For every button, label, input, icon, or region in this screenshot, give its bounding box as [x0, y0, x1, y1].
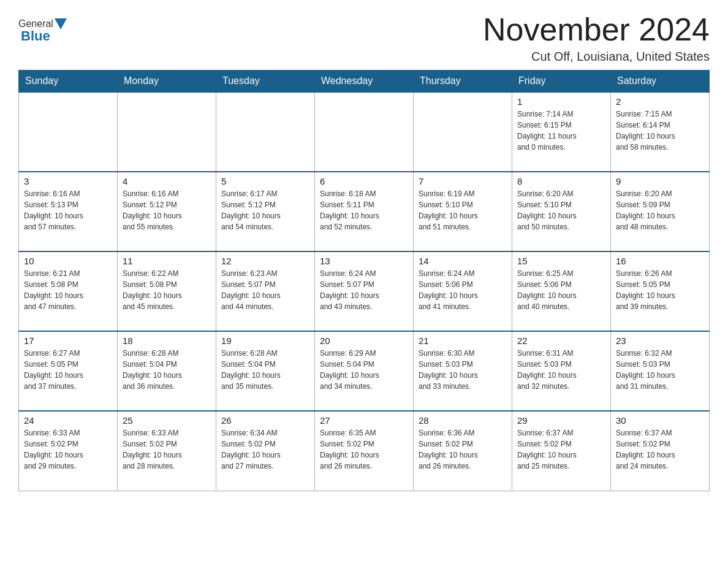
day-info: Sunrise: 6:20 AMSunset: 5:09 PMDaylight:… [616, 188, 704, 232]
day-info: Sunrise: 6:34 AMSunset: 5:02 PMDaylight:… [221, 427, 309, 472]
calendar-table: SundayMondayTuesdayWednesdayThursdayFrid… [18, 70, 710, 491]
day-number: 19 [221, 335, 309, 346]
day-number: 14 [419, 256, 507, 266]
title-section: November 2024 Cut Off, Louisiana, United… [483, 12, 710, 64]
day-number: 7 [419, 176, 507, 186]
day-info: Sunrise: 6:24 AMSunset: 5:07 PMDaylight:… [320, 268, 408, 312]
day-number: 22 [517, 335, 605, 346]
day-info: Sunrise: 6:20 AMSunset: 5:10 PMDaylight:… [517, 188, 605, 232]
day-info: Sunrise: 6:27 AMSunset: 5:05 PMDaylight:… [24, 348, 112, 392]
day-number: 4 [123, 176, 211, 186]
page-header: General Blue November 2024 Cut Off, Loui… [18, 12, 710, 64]
day-info: Sunrise: 6:19 AMSunset: 5:10 PMDaylight:… [419, 188, 507, 232]
day-number: 11 [123, 256, 211, 266]
calendar-cell: 1Sunrise: 7:14 AMSunset: 6:15 PMDaylight… [512, 92, 611, 172]
calendar-cell [315, 92, 414, 172]
calendar-cell: 25Sunrise: 6:33 AMSunset: 5:02 PMDayligh… [118, 411, 216, 491]
calendar-week-row: 17Sunrise: 6:27 AMSunset: 5:05 PMDayligh… [19, 331, 710, 411]
day-of-week-header: Thursday [414, 71, 512, 93]
calendar-cell: 8Sunrise: 6:20 AMSunset: 5:10 PMDaylight… [512, 172, 611, 251]
day-number: 13 [320, 256, 408, 266]
calendar-cell: 7Sunrise: 6:19 AMSunset: 5:10 PMDaylight… [414, 172, 512, 251]
logo-blue-text: Blue [21, 28, 50, 44]
day-number: 27 [320, 415, 408, 426]
day-number: 17 [24, 335, 112, 346]
calendar-cell: 26Sunrise: 6:34 AMSunset: 5:02 PMDayligh… [216, 411, 315, 491]
day-info: Sunrise: 6:37 AMSunset: 5:02 PMDaylight:… [616, 427, 704, 472]
day-number: 1 [517, 96, 605, 107]
day-info: Sunrise: 6:33 AMSunset: 5:02 PMDaylight:… [123, 427, 211, 472]
day-info: Sunrise: 6:17 AMSunset: 5:12 PMDaylight:… [221, 188, 309, 232]
day-of-week-header: Sunday [19, 71, 118, 93]
day-number: 6 [320, 176, 408, 186]
calendar-cell: 14Sunrise: 6:24 AMSunset: 5:06 PMDayligh… [414, 251, 512, 331]
day-info: Sunrise: 6:28 AMSunset: 5:04 PMDaylight:… [123, 348, 211, 392]
day-info: Sunrise: 6:26 AMSunset: 5:05 PMDaylight:… [616, 268, 704, 312]
calendar-week-row: 1Sunrise: 7:14 AMSunset: 6:15 PMDaylight… [19, 92, 710, 172]
day-info: Sunrise: 6:29 AMSunset: 5:04 PMDaylight:… [320, 348, 408, 392]
day-info: Sunrise: 6:36 AMSunset: 5:02 PMDaylight:… [419, 427, 507, 472]
day-info: Sunrise: 6:21 AMSunset: 5:08 PMDaylight:… [24, 268, 112, 312]
calendar-cell: 9Sunrise: 6:20 AMSunset: 5:09 PMDaylight… [611, 172, 710, 251]
logo: General Blue [18, 18, 68, 44]
calendar-cell: 3Sunrise: 6:16 AMSunset: 5:13 PMDaylight… [19, 172, 118, 251]
calendar-cell: 13Sunrise: 6:24 AMSunset: 5:07 PMDayligh… [315, 251, 414, 331]
calendar-cell: 24Sunrise: 6:33 AMSunset: 5:02 PMDayligh… [19, 411, 118, 491]
calendar-cell: 17Sunrise: 6:27 AMSunset: 5:05 PMDayligh… [19, 331, 118, 411]
calendar-cell: 19Sunrise: 6:28 AMSunset: 5:04 PMDayligh… [216, 331, 315, 411]
calendar-cell [118, 92, 216, 172]
calendar-cell: 2Sunrise: 7:15 AMSunset: 6:14 PMDaylight… [611, 92, 710, 172]
calendar-cell: 12Sunrise: 6:23 AMSunset: 5:07 PMDayligh… [216, 251, 315, 331]
calendar-cell: 28Sunrise: 6:36 AMSunset: 5:02 PMDayligh… [414, 411, 512, 491]
day-of-week-header: Tuesday [216, 71, 315, 93]
calendar-week-row: 3Sunrise: 6:16 AMSunset: 5:13 PMDaylight… [19, 172, 710, 251]
day-info: Sunrise: 6:28 AMSunset: 5:04 PMDaylight:… [221, 348, 309, 392]
day-info: Sunrise: 6:35 AMSunset: 5:02 PMDaylight:… [320, 427, 408, 472]
day-of-week-header: Wednesday [315, 71, 414, 93]
day-info: Sunrise: 7:15 AMSunset: 6:14 PMDaylight:… [616, 109, 704, 153]
calendar-cell: 15Sunrise: 6:25 AMSunset: 5:06 PMDayligh… [512, 251, 611, 331]
day-number: 30 [616, 415, 704, 426]
calendar-cell [216, 92, 315, 172]
calendar-cell: 27Sunrise: 6:35 AMSunset: 5:02 PMDayligh… [315, 411, 414, 491]
calendar-cell: 29Sunrise: 6:37 AMSunset: 5:02 PMDayligh… [512, 411, 611, 491]
day-number: 3 [24, 176, 112, 186]
day-number: 16 [616, 256, 704, 266]
day-number: 29 [517, 415, 605, 426]
calendar-cell: 6Sunrise: 6:18 AMSunset: 5:11 PMDaylight… [315, 172, 414, 251]
calendar-cell: 16Sunrise: 6:26 AMSunset: 5:05 PMDayligh… [611, 251, 710, 331]
day-info: Sunrise: 6:16 AMSunset: 5:12 PMDaylight:… [123, 188, 211, 232]
day-info: Sunrise: 6:32 AMSunset: 5:03 PMDaylight:… [616, 348, 704, 392]
main-title: November 2024 [483, 12, 710, 47]
calendar-cell: 11Sunrise: 6:22 AMSunset: 5:08 PMDayligh… [118, 251, 216, 331]
day-info: Sunrise: 6:24 AMSunset: 5:06 PMDaylight:… [419, 268, 507, 312]
day-number: 12 [221, 256, 309, 266]
day-info: Sunrise: 6:16 AMSunset: 5:13 PMDaylight:… [24, 188, 112, 232]
calendar-cell: 5Sunrise: 6:17 AMSunset: 5:12 PMDaylight… [216, 172, 315, 251]
calendar-cell: 10Sunrise: 6:21 AMSunset: 5:08 PMDayligh… [19, 251, 118, 331]
day-number: 8 [517, 176, 605, 186]
day-info: Sunrise: 6:23 AMSunset: 5:07 PMDaylight:… [221, 268, 309, 312]
calendar-cell: 30Sunrise: 6:37 AMSunset: 5:02 PMDayligh… [611, 411, 710, 491]
calendar-cell: 18Sunrise: 6:28 AMSunset: 5:04 PMDayligh… [118, 331, 216, 411]
calendar-cell [19, 92, 118, 172]
day-of-week-header: Friday [512, 71, 611, 93]
day-info: Sunrise: 6:25 AMSunset: 5:06 PMDaylight:… [517, 268, 605, 312]
calendar-cell: 23Sunrise: 6:32 AMSunset: 5:03 PMDayligh… [611, 331, 710, 411]
day-number: 28 [419, 415, 507, 426]
calendar-cell: 22Sunrise: 6:31 AMSunset: 5:03 PMDayligh… [512, 331, 611, 411]
calendar-week-row: 10Sunrise: 6:21 AMSunset: 5:08 PMDayligh… [19, 251, 710, 331]
day-number: 18 [123, 335, 211, 346]
calendar-cell [414, 92, 512, 172]
day-number: 24 [24, 415, 112, 426]
calendar-week-row: 24Sunrise: 6:33 AMSunset: 5:02 PMDayligh… [19, 411, 710, 491]
day-info: Sunrise: 7:14 AMSunset: 6:15 PMDaylight:… [517, 109, 605, 153]
calendar-cell: 4Sunrise: 6:16 AMSunset: 5:12 PMDaylight… [118, 172, 216, 251]
day-number: 2 [616, 96, 704, 107]
day-number: 23 [616, 335, 704, 346]
day-of-week-header: Monday [118, 71, 216, 93]
day-of-week-header: Saturday [611, 71, 710, 93]
day-info: Sunrise: 6:33 AMSunset: 5:02 PMDaylight:… [24, 427, 112, 472]
logo-triangle-icon [55, 18, 67, 29]
calendar-cell: 21Sunrise: 6:30 AMSunset: 5:03 PMDayligh… [414, 331, 512, 411]
